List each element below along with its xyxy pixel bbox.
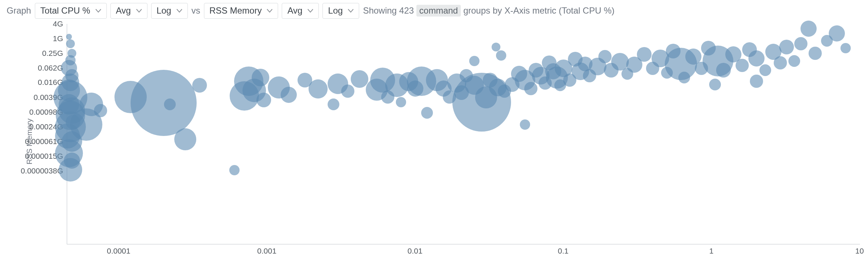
- summary-post: groups by X-Axis metric (Total CPU %): [463, 6, 614, 15]
- y-agg-value: Avg: [287, 6, 302, 16]
- bubble[interactable]: [800, 21, 817, 37]
- bubble[interactable]: [840, 43, 851, 53]
- bubble[interactable]: [341, 85, 354, 98]
- summary-pre: Showing 423: [363, 6, 416, 15]
- chart-toolbar: Graph Total CPU % Avg Log vs RSS Memory …: [4, 3, 864, 19]
- bubble[interactable]: [779, 40, 794, 54]
- bubble[interactable]: [421, 107, 433, 119]
- x-metric-select[interactable]: Total CPU %: [35, 3, 107, 19]
- y-tick: 0.0000038G: [21, 166, 63, 175]
- bubble[interactable]: [809, 47, 822, 60]
- x-tick: 10: [855, 247, 864, 255]
- groupby-pill[interactable]: command: [416, 5, 461, 17]
- x-tick: 0.1: [558, 247, 569, 255]
- x-scale-value: Log: [157, 6, 171, 16]
- x-tick: 0.0001: [107, 247, 130, 255]
- bubble[interactable]: [469, 56, 479, 66]
- bubble[interactable]: [492, 43, 500, 51]
- bubble[interactable]: [750, 75, 763, 88]
- bubble[interactable]: [281, 87, 297, 103]
- bubble[interactable]: [637, 47, 652, 62]
- bubble[interactable]: [396, 97, 406, 107]
- chevron-down-icon: [348, 8, 354, 13]
- chevron-down-icon: [136, 8, 142, 13]
- bubble[interactable]: [192, 78, 207, 93]
- y-metric-select[interactable]: RSS Memory: [204, 3, 278, 19]
- bubble[interactable]: [709, 79, 721, 90]
- bubble[interactable]: [66, 39, 75, 48]
- bubble[interactable]: [774, 56, 787, 69]
- bubble[interactable]: [736, 59, 749, 72]
- bubble[interactable]: [229, 165, 240, 175]
- bubble[interactable]: [829, 25, 845, 42]
- bubble[interactable]: [598, 50, 612, 63]
- bubble[interactable]: [520, 119, 530, 130]
- x-tick: 0.001: [257, 247, 277, 255]
- bubble[interactable]: [351, 70, 368, 88]
- y-tick: 0.062G: [38, 64, 63, 72]
- y-metric-value: RSS Memory: [209, 6, 262, 16]
- bubble[interactable]: [748, 50, 765, 67]
- summary-text: Showing 423 command groups by X-Axis met…: [363, 5, 614, 17]
- chevron-down-icon: [95, 8, 101, 13]
- bubble[interactable]: [788, 55, 800, 67]
- bubble[interactable]: [716, 63, 731, 78]
- y-tick: 0.25G: [42, 49, 63, 58]
- chevron-down-icon: [307, 8, 313, 13]
- bubble[interactable]: [256, 93, 271, 107]
- y-agg-select[interactable]: Avg: [282, 3, 319, 19]
- chevron-down-icon: [176, 8, 182, 13]
- bubble[interactable]: [496, 50, 506, 61]
- bubble[interactable]: [66, 34, 72, 40]
- bubble[interactable]: [131, 70, 197, 136]
- bubble[interactable]: [252, 69, 269, 86]
- scatter-plot[interactable]: [67, 24, 860, 244]
- bubble[interactable]: [524, 82, 537, 95]
- chevron-down-icon: [267, 8, 273, 13]
- x-axis-ticks: 0.00010.0010.010.1110: [67, 244, 860, 259]
- x-metric-value: Total CPU %: [40, 6, 90, 16]
- bubble[interactable]: [164, 98, 176, 110]
- x-tick: 0.01: [408, 247, 423, 255]
- bubble[interactable]: [759, 64, 771, 76]
- y-scale-value: Log: [328, 6, 343, 16]
- bubble[interactable]: [68, 49, 76, 58]
- bubble[interactable]: [309, 79, 328, 98]
- y-scale-select[interactable]: Log: [322, 3, 359, 19]
- x-tick: 1: [709, 247, 714, 255]
- y-tick: 1G: [53, 34, 63, 43]
- x-agg-value: Avg: [116, 6, 131, 16]
- chart-area: RSS Memory 4G1G0.25G0.062G0.016G0.0039G0…: [4, 24, 864, 259]
- bubble[interactable]: [678, 72, 690, 83]
- bubble[interactable]: [328, 98, 339, 110]
- bubble[interactable]: [174, 128, 196, 150]
- x-agg-select[interactable]: Avg: [110, 3, 147, 19]
- bubble[interactable]: [94, 104, 107, 117]
- vs-label: vs: [192, 6, 200, 16]
- graph-label: Graph: [7, 6, 31, 16]
- x-scale-select[interactable]: Log: [151, 3, 188, 19]
- y-tick: 4G: [53, 19, 63, 28]
- bubble[interactable]: [794, 37, 807, 50]
